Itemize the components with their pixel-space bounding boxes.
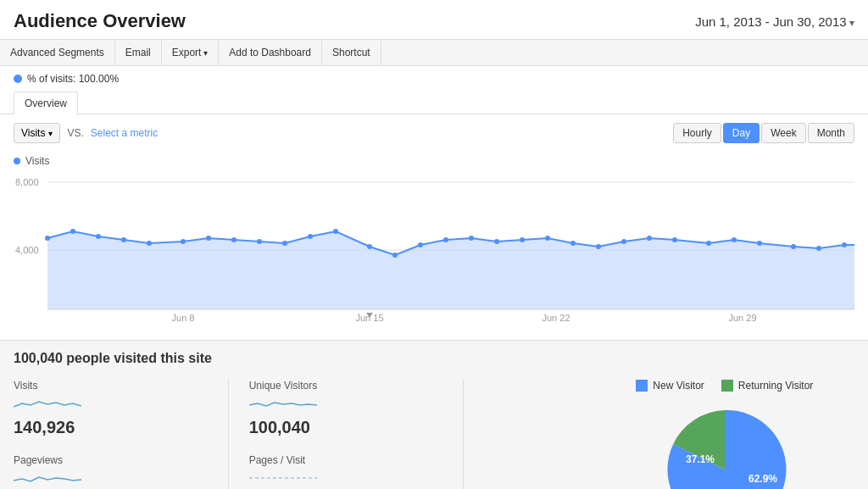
- svg-point-39: [816, 246, 821, 251]
- tabs-container: Overview: [0, 92, 868, 114]
- chart-legend: Visits: [0, 152, 868, 170]
- svg-point-12: [96, 234, 101, 239]
- time-btn-hourly[interactable]: Hourly: [673, 123, 721, 143]
- stat-unique-visitors-label: Unique Visitors: [249, 380, 443, 392]
- stats-col-3: [470, 380, 594, 489]
- metric-selector: Visits VS. Select a metric: [14, 123, 158, 143]
- time-btn-week[interactable]: Week: [761, 123, 805, 143]
- svg-point-20: [308, 234, 313, 239]
- pie-chart-area: New Visitor Returning Visitor 62.9% 37.1…: [595, 380, 854, 489]
- svg-point-24: [418, 242, 423, 247]
- stat-pages-per-visit: Pages / Visit 1.67: [249, 454, 443, 489]
- stat-unique-visitors-sparkline: [249, 395, 443, 414]
- stats-col-2: Unique Visitors 100,040 Pages / Visit 1.…: [236, 380, 457, 489]
- legend-returning-visitor-label: Returning Visitor: [738, 380, 814, 392]
- tab-overview[interactable]: Overview: [14, 92, 78, 114]
- stats-title: 100,040 people visited this site: [14, 351, 854, 366]
- svg-point-26: [469, 236, 474, 241]
- main-chart-svg: 8,000 4,000 Jun 8 Jun 15 Jun 22 Jun 29: [14, 170, 854, 323]
- chart-controls: Visits VS. Select a metric Hourly Day We…: [0, 114, 868, 152]
- vs-label: VS.: [67, 127, 83, 139]
- email-button[interactable]: Email: [115, 40, 162, 65]
- legend-returning-visitor: Returning Visitor: [721, 380, 814, 392]
- svg-point-13: [121, 237, 126, 242]
- svg-text:37.1%: 37.1%: [686, 453, 715, 465]
- svg-point-22: [367, 244, 372, 249]
- export-button[interactable]: Export: [162, 40, 219, 65]
- stats-grid: Visits 140,926 Pageviews 235,454: [14, 380, 854, 489]
- visits-filter-label: % of visits: 100.00%: [27, 73, 119, 85]
- svg-point-28: [520, 237, 525, 242]
- date-range[interactable]: Jun 1, 2013 - Jun 30, 2013: [695, 14, 854, 29]
- svg-point-40: [842, 242, 847, 247]
- legend-new-visitor: New Visitor: [636, 380, 704, 392]
- svg-point-27: [494, 239, 499, 244]
- metric-dropdown[interactable]: Visits: [14, 123, 60, 143]
- svg-point-30: [570, 241, 576, 246]
- svg-point-38: [791, 244, 796, 249]
- add-to-dashboard-button[interactable]: Add to Dashboard: [219, 40, 322, 65]
- stat-visits-sparkline: [14, 395, 208, 414]
- select-metric-link[interactable]: Select a metric: [91, 127, 158, 139]
- svg-point-19: [282, 241, 287, 246]
- svg-point-36: [732, 237, 737, 242]
- stat-unique-visitors-value: 100,040: [249, 418, 443, 437]
- svg-point-21: [333, 229, 338, 234]
- stat-pageviews-label: Pageviews: [14, 454, 208, 466]
- svg-text:62.9%: 62.9%: [748, 473, 777, 485]
- svg-text:4,000: 4,000: [15, 245, 39, 255]
- svg-point-17: [231, 237, 236, 242]
- visits-filter-bar: % of visits: 100.00%: [0, 66, 868, 92]
- legend-returning-visitor-color: [721, 380, 733, 392]
- legend-new-visitor-color: [636, 380, 648, 392]
- legend-new-visitor-label: New Visitor: [653, 380, 704, 392]
- chart-area: 8,000 4,000 Jun 8 Jun 15 Jun 22 Jun 29: [0, 170, 868, 340]
- svg-text:Jun 29: Jun 29: [728, 313, 756, 323]
- svg-text:8,000: 8,000: [15, 177, 39, 187]
- svg-point-16: [206, 236, 211, 241]
- svg-point-34: [672, 237, 677, 242]
- pie-chart-svg: 62.9% 37.1%: [657, 402, 793, 489]
- shortcut-button[interactable]: Shortcut: [322, 40, 381, 65]
- stat-visits-label: Visits: [14, 380, 208, 392]
- svg-point-14: [147, 241, 152, 246]
- stat-pageviews: Pageviews 235,454: [14, 454, 208, 489]
- svg-point-29: [545, 236, 550, 241]
- svg-point-23: [392, 253, 398, 258]
- stat-visits-value: 140,926: [14, 418, 208, 437]
- svg-text:Jun 8: Jun 8: [172, 313, 195, 323]
- time-btn-month[interactable]: Month: [808, 123, 854, 143]
- chart-legend-dot: [14, 158, 20, 164]
- stat-divider-1: [228, 380, 229, 489]
- stat-pageviews-sparkline: [14, 470, 208, 489]
- chart-legend-label: Visits: [25, 155, 49, 167]
- stat-visits: Visits 140,926: [14, 380, 208, 437]
- stat-divider-2: [463, 380, 464, 489]
- svg-point-18: [257, 239, 262, 244]
- svg-point-33: [647, 236, 652, 241]
- svg-point-31: [596, 244, 601, 249]
- svg-text:Jun 22: Jun 22: [542, 313, 570, 323]
- advanced-segments-button[interactable]: Advanced Segments: [0, 40, 115, 65]
- svg-point-35: [706, 241, 711, 246]
- visits-dot: [14, 75, 22, 83]
- page-title: Audience Overview: [14, 10, 186, 32]
- stats-col-1: Visits 140,926 Pageviews 235,454: [14, 380, 221, 489]
- time-btn-day[interactable]: Day: [723, 123, 760, 143]
- stats-section: 100,040 people visited this site Visits …: [0, 340, 868, 489]
- page-header: Audience Overview Jun 1, 2013 - Jun 30, …: [0, 0, 868, 39]
- stat-pages-per-visit-label: Pages / Visit: [249, 454, 443, 466]
- pie-legend: New Visitor Returning Visitor: [636, 380, 813, 392]
- stat-pages-per-visit-sparkline: [249, 470, 443, 489]
- time-buttons: Hourly Day Week Month: [673, 123, 854, 143]
- svg-point-11: [70, 229, 75, 234]
- svg-point-32: [621, 239, 626, 244]
- toolbar: Advanced Segments Email Export Add to Da…: [0, 39, 868, 66]
- svg-point-10: [45, 236, 50, 241]
- svg-point-25: [443, 237, 448, 242]
- svg-point-15: [181, 239, 186, 244]
- stat-unique-visitors: Unique Visitors 100,040: [249, 380, 443, 437]
- svg-point-37: [757, 241, 762, 246]
